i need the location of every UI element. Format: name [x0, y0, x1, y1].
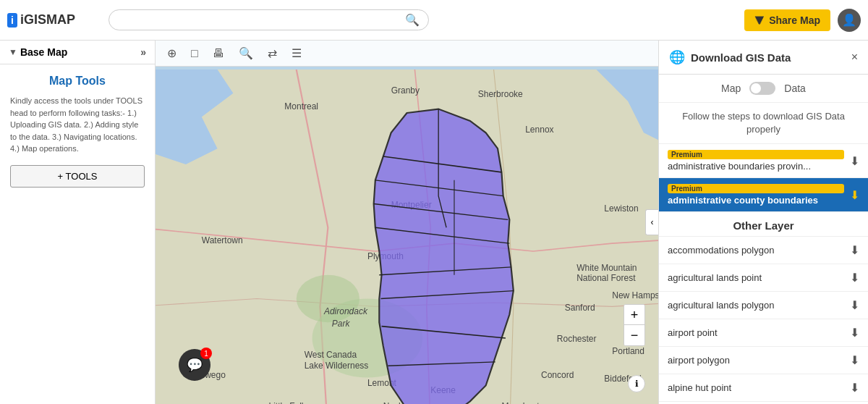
layer-name: airport point [668, 327, 850, 338]
download-description: Follow the steps to download GIS Data pr… [659, 103, 868, 144]
layer-row[interactable]: agricultural lands polygon ⬇ [659, 292, 868, 319]
print-tool-button[interactable]: 🖶 [210, 46, 227, 62]
premium-badge-active: Premium [668, 184, 844, 193]
layers-tool-button[interactable]: ☰ [289, 45, 305, 62]
chat-container: 💬 1 [167, 361, 199, 392]
svg-text:Concord: Concord [541, 370, 574, 380]
download-icon[interactable]: ⬇ [850, 298, 859, 312]
svg-text:Sanford: Sanford [565, 303, 595, 313]
location-tool-button[interactable]: ⊕ [164, 45, 179, 62]
right-panel-title: 🌐 Download GIS Data [669, 49, 791, 65]
basemap-label: Base Map [20, 46, 67, 58]
share-icon: ⯆ [754, 14, 765, 26]
data-toggle-label: Data [784, 83, 806, 94]
download-gis-title: Download GIS Data [691, 51, 791, 64]
layer-row[interactable]: airport point ⬇ [659, 319, 868, 347]
download-icon-active[interactable]: ⬇ [850, 188, 859, 202]
svg-text:Lennox: Lennox [525, 125, 553, 135]
logo-text: iGISMAP [20, 12, 75, 28]
layer-row[interactable]: accommodations polygon ⬇ [659, 237, 868, 264]
layer-name: agricultural lands point [668, 272, 850, 283]
svg-text:Granby: Granby [391, 85, 420, 96]
premium-item-content: Premium administrative boundaries provin… [668, 150, 844, 172]
svg-text:New Hampshire: New Hampshire [612, 290, 658, 300]
map-tools-panel: Map Tools Kindly access the tools under … [0, 64, 155, 404]
zoom-tool-button[interactable]: 🔍 [236, 45, 256, 62]
svg-text:West Canada: West Canada [305, 350, 357, 360]
map-data-toggle[interactable] [749, 82, 775, 95]
map-tools-title: Map Tools [10, 75, 145, 88]
premium-item-content-active: Premium administrative county boundaries [668, 184, 844, 206]
chevron-down-icon: ▼ [9, 47, 17, 57]
logo-icon: i [7, 13, 17, 28]
svg-text:Lewiston: Lewiston [604, 203, 638, 214]
header: i iGISMAP 🔍 ⯆ Share Map 👤 [0, 0, 868, 41]
layer-row[interactable]: agricultural lands point ⬇ [659, 264, 868, 292]
svg-text:Sherbrooke: Sherbrooke [478, 89, 523, 99]
chat-button[interactable]: 💬 1 [179, 349, 210, 381]
basemap-header[interactable]: ▼ Base Map » [0, 41, 155, 64]
download-icon[interactable]: ⬇ [850, 326, 859, 340]
premium-layer-item[interactable]: Premium administrative boundaries provin… [659, 144, 868, 178]
right-panel: 🌐 Download GIS Data × Map Data Follow th… [658, 41, 868, 404]
svg-text:Watertown: Watertown [202, 235, 243, 245]
zoom-in-button[interactable]: + [624, 305, 644, 325]
map-toggle-label: Map [721, 83, 741, 94]
layer-name: administrative boundaries provin... [668, 161, 844, 172]
search-bar[interactable]: 🔍 [109, 9, 429, 30]
svg-text:Portland: Portland [612, 346, 644, 356]
left-sidebar: ▼ Base Map » Map Tools Kindly access the… [0, 41, 156, 404]
other-layer-header: Other Layer [659, 212, 868, 237]
premium-badge: Premium [668, 150, 844, 159]
search-button[interactable]: 🔍 [405, 13, 420, 27]
svg-text:Adirondack: Adirondack [323, 306, 368, 316]
close-button[interactable]: × [851, 51, 858, 64]
layer-row[interactable]: airport polygon ⬇ [659, 347, 868, 374]
layer-name: airport polygon [668, 355, 850, 366]
download-icon[interactable]: ⬇ [850, 271, 859, 285]
measure-tool-button[interactable]: ⇄ [265, 45, 280, 62]
layer-name: agricultural lands polygon [668, 300, 850, 311]
search-input[interactable] [118, 14, 399, 26]
download-icon[interactable]: ⬇ [850, 353, 859, 367]
right-panel-header: 🌐 Download GIS Data × [659, 41, 868, 75]
map-area[interactable]: ⊕ □ 🖶 🔍 ⇄ ☰ Montreal [156, 41, 658, 404]
svg-text:Rochester: Rochester [557, 334, 597, 344]
download-icon[interactable]: ⬇ [850, 381, 859, 395]
svg-text:Lake Wilderness: Lake Wilderness [305, 361, 369, 371]
map-svg: Montreal Granby Sherbrooke Lennox Watert… [156, 70, 658, 404]
zoom-out-button[interactable]: − [624, 325, 644, 345]
fullscreen-tool-button[interactable]: □ [188, 46, 201, 62]
logo: i iGISMAP [7, 12, 101, 28]
layer-name: alpine hut point [668, 382, 850, 393]
svg-text:Little Falls: Little Falls [269, 401, 308, 404]
map-toolbar: ⊕ □ 🖶 🔍 ⇄ ☰ [156, 41, 658, 67]
layer-row[interactable]: alpine hut point ⬇ [659, 374, 868, 402]
layer-list: Premium administrative boundaries provin… [659, 144, 868, 404]
premium-layer-item-active[interactable]: Premium administrative county boundaries… [659, 178, 868, 212]
svg-text:National Forest: National Forest [576, 273, 636, 283]
chat-badge: 1 [200, 348, 212, 359]
share-label: Share Map [769, 14, 820, 26]
zoom-controls: + − [624, 304, 645, 346]
layer-name: accommodations polygon [668, 245, 850, 256]
main-content: ▼ Base Map » Map Tools Kindly access the… [0, 41, 868, 404]
map-info-button[interactable]: ℹ [628, 375, 645, 392]
map-tools-desc: Kindly access the tools under TOOLS head… [10, 95, 145, 155]
map-nav-arrow[interactable]: ‹ [645, 209, 658, 235]
download-icon[interactable]: ⬇ [850, 243, 859, 257]
layer-name-active: administrative county boundaries [668, 195, 844, 206]
svg-text:Manchester: Manchester [501, 401, 547, 404]
collapse-icon[interactable]: » [140, 46, 146, 58]
share-map-button[interactable]: ⯆ Share Map [744, 9, 830, 31]
tools-button[interactable]: + TOOLS [10, 165, 145, 188]
download-icon[interactable]: ⬇ [850, 154, 859, 168]
toggle-row: Map Data [659, 75, 868, 103]
svg-text:Park: Park [332, 319, 351, 329]
svg-text:White Mountain: White Mountain [576, 263, 637, 273]
blue-accent-bar [658, 156, 659, 236]
svg-text:Montreal: Montreal [284, 101, 318, 111]
user-avatar[interactable]: 👤 [838, 9, 861, 32]
globe-icon: 🌐 [669, 49, 685, 65]
